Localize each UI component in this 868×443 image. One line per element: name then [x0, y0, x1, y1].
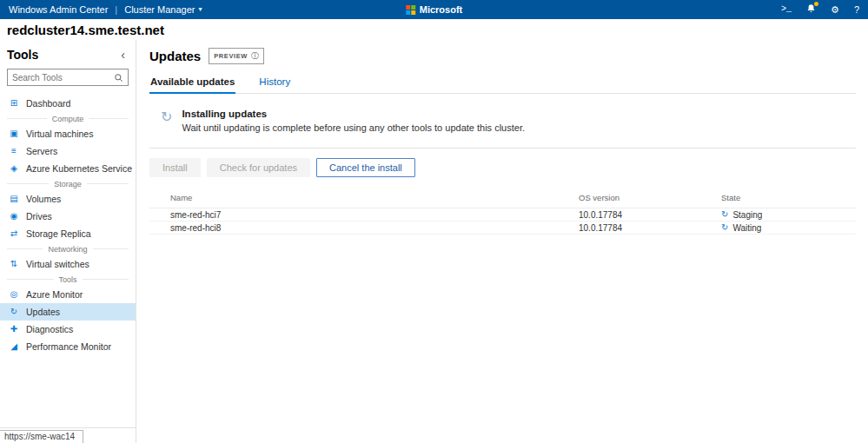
sidebar-item-label: Azure Monitor: [26, 289, 83, 300]
tab-history[interactable]: History: [258, 74, 291, 93]
column-header-os-version[interactable]: OS version: [579, 193, 721, 202]
sidebar-section-networking: Networking: [0, 242, 136, 255]
updates-tabs: Available updates History: [149, 74, 856, 94]
volumes-icon: ▤: [9, 195, 19, 203]
sidebar-section-storage: Storage: [0, 177, 136, 190]
virtual-machines-icon: ▣: [9, 129, 19, 138]
node-os-version: 10.0.17784: [579, 210, 721, 220]
section-divider: [149, 148, 856, 149]
tools-heading: Tools: [7, 48, 38, 62]
nodes-update-table: Name OS version State sme-red-hci7 10.0.…: [149, 190, 856, 235]
section-label: Compute: [52, 115, 84, 123]
tab-available-updates[interactable]: Available updates: [149, 74, 235, 94]
node-state: ↻ Staging: [721, 210, 856, 220]
sidebar-item-label: Dashboard: [26, 98, 70, 109]
servers-icon: ≡: [9, 147, 19, 155]
search-icon: [114, 73, 123, 83]
table-row[interactable]: sme-red-hci8 10.0.17784 ↻ Waiting: [149, 222, 856, 235]
sidebar-item-label: Updates: [26, 307, 60, 317]
cancel-install-button[interactable]: Cancel the install: [316, 158, 415, 177]
sidebar-item-label: Volumes: [26, 194, 61, 204]
updates-main-panel: Updates PREVIEW ⓘ Available updates Hist…: [136, 40, 868, 443]
solution-name: Cluster Manager: [124, 4, 195, 15]
powershell-console-icon[interactable]: >_: [781, 5, 792, 14]
tools-search: [7, 69, 129, 86]
table-header: Name OS version State: [149, 190, 856, 208]
notice-message: Wait until updating is complete before u…: [182, 122, 525, 133]
kubernetes-icon: ◈: [9, 164, 19, 173]
column-header-name[interactable]: Name: [170, 193, 579, 202]
sidebar-item-drives[interactable]: ◉ Drives: [0, 208, 136, 225]
update-actions-toolbar: Install Check for updates Cancel the ins…: [149, 158, 856, 177]
sidebar-item-label: Virtual switches: [26, 259, 89, 269]
sidebar-section-tools: Tools: [0, 273, 136, 286]
sync-icon: ↻: [721, 210, 728, 219]
top-app-bar: Windows Admin Center | Cluster Manager ▾…: [0, 0, 868, 19]
brand-name: Microsoft: [420, 4, 463, 15]
node-os-version: 10.0.17784: [579, 223, 721, 233]
node-state: ↻ Waiting: [721, 223, 856, 233]
drives-icon: ◉: [9, 212, 19, 221]
node-name: sme-red-hci8: [170, 223, 579, 233]
sidebar-item-azure-kubernetes-service[interactable]: ◈ Azure Kubernetes Service: [0, 160, 136, 177]
installing-updates-notice: ↻ Installing updates Wait until updating…: [161, 109, 856, 133]
install-button[interactable]: Install: [149, 158, 201, 177]
sidebar-item-storage-replica[interactable]: ⇄ Storage Replica: [0, 225, 136, 242]
page-title: Updates: [149, 49, 201, 63]
sidebar-item-label: Storage Replica: [26, 228, 91, 239]
sidebar-item-diagnostics[interactable]: ✚ Diagnostics: [0, 321, 136, 338]
node-name: sme-red-hci7: [170, 210, 579, 220]
info-icon[interactable]: ⓘ: [251, 50, 259, 62]
link-status-tooltip: https://sme-wac14: [0, 430, 83, 443]
sync-icon: ↻: [721, 223, 728, 232]
storage-replica-icon: ⇄: [9, 229, 19, 238]
search-input[interactable]: [8, 73, 114, 83]
sidebar-item-label: Diagnostics: [26, 324, 73, 334]
sidebar-item-servers[interactable]: ≡ Servers: [0, 142, 136, 160]
performance-monitor-icon: ◢: [9, 342, 19, 351]
notifications-bell-icon[interactable]: [806, 3, 816, 16]
sidebar-item-volumes[interactable]: ▤ Volumes: [0, 190, 136, 208]
diagnostics-icon: ✚: [9, 325, 19, 334]
notice-title: Installing updates: [182, 109, 525, 119]
chevron-down-icon: ▾: [199, 6, 202, 13]
column-header-state[interactable]: State: [721, 193, 856, 202]
updates-icon: ↻: [9, 307, 19, 316]
microsoft-brand: Microsoft: [406, 4, 463, 15]
topbar-left: Windows Admin Center | Cluster Manager ▾: [9, 4, 202, 15]
help-icon[interactable]: ?: [854, 5, 859, 15]
settings-gear-icon[interactable]: ⚙: [831, 5, 839, 15]
sidebar-item-updates[interactable]: ↻ Updates: [0, 303, 136, 321]
azure-monitor-icon: ◎: [9, 290, 19, 299]
section-label: Networking: [48, 245, 87, 254]
cluster-name-heading: redcluster14.sme.test.net: [0, 19, 868, 40]
check-for-updates-button[interactable]: Check for updates: [207, 158, 310, 177]
sidebar-item-label: Azure Kubernetes Service: [26, 163, 132, 174]
sidebar-section-compute: Compute: [0, 112, 136, 125]
sidebar-item-performance-monitor[interactable]: ◢ Performance Monitor: [0, 338, 136, 355]
sidebar-item-virtual-machines[interactable]: ▣ Virtual machines: [0, 125, 136, 142]
sidebar-collapse-icon[interactable]: ‹: [121, 49, 125, 61]
sidebar-item-virtual-switches[interactable]: ⇅ Virtual switches: [0, 255, 136, 273]
app-title[interactable]: Windows Admin Center: [9, 4, 108, 15]
section-label: Storage: [54, 180, 82, 188]
state-label: Staging: [732, 210, 762, 220]
state-label: Waiting: [732, 223, 761, 233]
topbar-separator: |: [115, 4, 117, 15]
section-label: Tools: [59, 275, 77, 284]
microsoft-logo-icon: [406, 5, 415, 15]
sidebar-item-label: Virtual machines: [26, 129, 93, 139]
sidebar-item-label: Servers: [26, 146, 57, 156]
solution-switcher[interactable]: Cluster Manager ▾: [124, 4, 202, 15]
table-row[interactable]: sme-red-hci7 10.0.17784 ↻ Staging: [149, 208, 856, 222]
preview-badge: PREVIEW ⓘ: [209, 48, 264, 64]
preview-badge-label: PREVIEW: [214, 52, 248, 60]
sidebar-item-azure-monitor[interactable]: ◎ Azure Monitor: [0, 286, 136, 303]
notification-badge: [814, 2, 818, 6]
sidebar-item-dashboard[interactable]: ⊞ Dashboard: [0, 95, 136, 112]
sidebar-item-label: Drives: [26, 211, 52, 222]
topbar-actions: >_ ⚙ ?: [781, 3, 859, 16]
tools-sidebar: Tools ‹ ⊞ Dashboard Compute ▣ Virtual ma…: [0, 40, 136, 443]
spinner-icon: ↻: [161, 110, 172, 133]
sidebar-item-label: Performance Monitor: [26, 341, 111, 352]
